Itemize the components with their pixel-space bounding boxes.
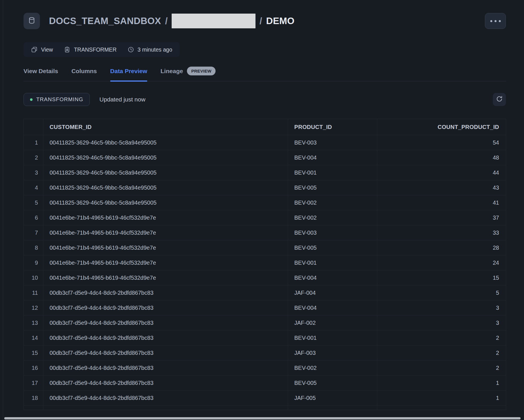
- customer-id-cell: 00411825-3629-46c5-9bbc-5c8a94e95005: [43, 135, 288, 150]
- product-id-cell: JAF-002: [288, 315, 377, 330]
- product-id-cell: BEV-002: [288, 360, 377, 375]
- object-type-label: View: [41, 46, 53, 53]
- role-label: TRANSFORMER: [74, 46, 117, 53]
- table-row: 00db3cf7-d5e9-4dc4-8dc9-2bdfd867bc83: [24, 405, 506, 410]
- product-id-cell: JAF-004: [288, 285, 377, 300]
- last-updated-badge: 3 minutes ago: [127, 46, 172, 53]
- table-row: 1 00411825-3629-46c5-9bbc-5c8a94e95005 B…: [24, 135, 506, 150]
- tab-lineage[interactable]: Lineage PREVIEW: [161, 67, 216, 81]
- refresh-icon: [496, 95, 503, 104]
- column-header-count-product-id: COUNT_PRODUCT_ID: [377, 119, 506, 135]
- table-body: 1 00411825-3629-46c5-9bbc-5c8a94e95005 B…: [24, 135, 506, 410]
- count-product-id-cell: 33: [377, 225, 506, 240]
- more-actions-button[interactable]: [485, 13, 506, 29]
- customer-id-cell: 0041e6be-71b4-4965-b619-46cf532d9e7e: [43, 225, 288, 240]
- meta-badge-bar: View TRANSFORMER 3 minutes ago: [24, 42, 180, 57]
- role-badge: TRANSFORMER: [64, 46, 117, 53]
- preview-feature-badge: PREVIEW: [187, 67, 216, 75]
- row-number-cell: 9: [24, 255, 43, 270]
- title-object: DEMO: [266, 16, 295, 26]
- product-id-cell: BEV-005: [288, 376, 377, 390]
- product-id-cell: BEV-002: [288, 195, 377, 210]
- customer-id-cell: 00db3cf7-d5e9-4dc4-8dc9-2bdfd867bc83: [43, 300, 288, 315]
- tab-view-details[interactable]: View Details: [24, 67, 58, 81]
- layers-icon: [31, 46, 38, 53]
- count-product-id-cell: 44: [377, 165, 506, 180]
- product-id-cell: JAF-003: [288, 345, 377, 360]
- ellipsis-icon: [490, 20, 492, 22]
- count-product-id-cell: 24: [377, 255, 506, 270]
- tab-label: Data Preview: [110, 68, 147, 75]
- tab-data-preview[interactable]: Data Preview: [110, 67, 147, 81]
- ellipsis-icon: [495, 20, 497, 22]
- customer-id-cell: 00db3cf7-d5e9-4dc4-8dc9-2bdfd867bc83: [43, 330, 288, 345]
- count-product-id-cell: 2: [377, 330, 506, 345]
- status-dot-icon: [30, 98, 33, 101]
- row-number-cell: 5: [24, 195, 43, 210]
- row-number-cell: 4: [24, 180, 43, 195]
- customer-id-cell: 00411825-3629-46c5-9bbc-5c8a94e95005: [43, 150, 288, 165]
- row-number-cell: 15: [24, 345, 43, 360]
- table-row: 17 00db3cf7-d5e9-4dc4-8dc9-2bdfd867bc83 …: [24, 375, 506, 390]
- customer-id-cell: 00db3cf7-d5e9-4dc4-8dc9-2bdfd867bc83: [43, 376, 288, 390]
- customer-id-cell: 0041e6be-71b4-4965-b619-46cf532d9e7e: [43, 255, 288, 270]
- product-id-cell: BEV-002: [288, 210, 377, 225]
- row-number-cell: 18: [24, 391, 43, 405]
- customer-id-cell: 00db3cf7-d5e9-4dc4-8dc9-2bdfd867bc83: [43, 285, 288, 300]
- customer-id-cell: 00411825-3629-46c5-9bbc-5c8a94e95005: [43, 195, 288, 210]
- table-row: 2 00411825-3629-46c5-9bbc-5c8a94e95005 B…: [24, 150, 506, 165]
- count-product-id-cell: 43: [377, 180, 506, 195]
- count-product-id-cell: 37: [377, 210, 506, 225]
- table-row: 18 00db3cf7-d5e9-4dc4-8dc9-2bdfd867bc83 …: [24, 390, 506, 405]
- product-id-cell: BEV-005: [288, 240, 377, 255]
- tab-columns[interactable]: Columns: [71, 67, 97, 81]
- count-product-id-cell: [377, 406, 506, 410]
- table-row: 3 00411825-3629-46c5-9bbc-5c8a94e95005 B…: [24, 165, 506, 180]
- horizontal-scrollbar-thumb[interactable]: [4, 417, 521, 419]
- row-number-cell: 16: [24, 360, 43, 375]
- count-product-id-cell: 2: [377, 360, 506, 375]
- customer-id-cell: 00db3cf7-d5e9-4dc4-8dc9-2bdfd867bc83: [43, 360, 288, 375]
- count-product-id-cell: 3: [377, 300, 506, 315]
- table-row: 15 00db3cf7-d5e9-4dc4-8dc9-2bdfd867bc83 …: [24, 345, 506, 360]
- count-product-id-cell: 1: [377, 376, 506, 390]
- count-product-id-cell: 3: [377, 315, 506, 330]
- tab-bar: View Details Columns Data Preview Lineag…: [24, 67, 506, 81]
- product-id-cell: BEV-004: [288, 300, 377, 315]
- table-row: 7 0041e6be-71b4-4965-b619-46cf532d9e7e B…: [24, 225, 506, 240]
- refresh-button[interactable]: [493, 93, 506, 106]
- clock-icon: [127, 46, 134, 53]
- table-row: 13 00db3cf7-d5e9-4dc4-8dc9-2bdfd867bc83 …: [24, 315, 506, 330]
- table-row: 5 00411825-3629-46c5-9bbc-5c8a94e95005 B…: [24, 195, 506, 210]
- customer-id-cell: 0041e6be-71b4-4965-b619-46cf532d9e7e: [43, 210, 288, 225]
- row-number-cell: 10: [24, 270, 43, 285]
- table-row: 9 0041e6be-71b4-4965-b619-46cf532d9e7e B…: [24, 255, 506, 270]
- product-id-cell: BEV-001: [288, 255, 377, 270]
- product-id-cell: BEV-001: [288, 330, 377, 345]
- customer-id-cell: 00411825-3629-46c5-9bbc-5c8a94e95005: [43, 180, 288, 195]
- table-row: 12 00db3cf7-d5e9-4dc4-8dc9-2bdfd867bc83 …: [24, 300, 506, 315]
- last-updated-label: 3 minutes ago: [138, 46, 172, 53]
- tab-label: Columns: [71, 68, 97, 75]
- count-product-id-cell: 5: [377, 285, 506, 300]
- data-preview-table: CUSTOMER_ID PRODUCT_ID COUNT_PRODUCT_ID …: [24, 119, 506, 410]
- table-row: 8 0041e6be-71b4-4965-b619-46cf532d9e7e B…: [24, 240, 506, 255]
- row-number-cell: 1: [24, 135, 43, 150]
- count-product-id-cell: 15: [377, 270, 506, 285]
- customer-id-cell: 00db3cf7-d5e9-4dc4-8dc9-2bdfd867bc83: [43, 345, 288, 360]
- product-id-cell: BEV-003: [288, 225, 377, 240]
- row-number-cell: 7: [24, 225, 43, 240]
- row-number-cell: 17: [24, 376, 43, 390]
- title-separator: /: [165, 16, 168, 26]
- column-header-index: [24, 119, 43, 135]
- customer-id-cell: 00db3cf7-d5e9-4dc4-8dc9-2bdfd867bc83: [43, 406, 288, 410]
- ellipsis-icon: [499, 20, 501, 22]
- tab-label: Lineage: [161, 68, 183, 75]
- row-number-cell: 2: [24, 150, 43, 165]
- row-number-cell: 3: [24, 165, 43, 180]
- table-row: 14 00db3cf7-d5e9-4dc4-8dc9-2bdfd867bc83 …: [24, 330, 506, 345]
- title-separator: /: [259, 16, 262, 26]
- customer-id-cell: 0041e6be-71b4-4965-b619-46cf532d9e7e: [43, 270, 288, 285]
- product-id-cell: [288, 406, 377, 410]
- customer-id-cell: 00411825-3629-46c5-9bbc-5c8a94e95005: [43, 165, 288, 180]
